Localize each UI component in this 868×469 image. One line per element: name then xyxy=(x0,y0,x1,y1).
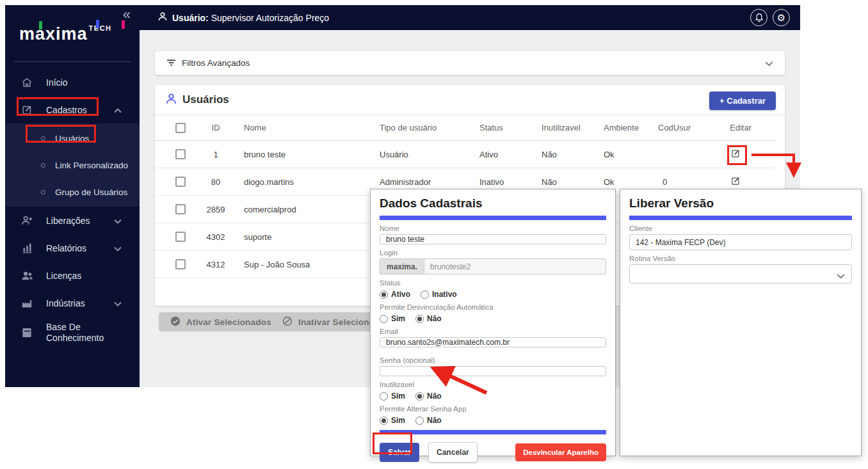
alterar-senha-label: Permite Alterar Senha App xyxy=(380,405,606,413)
users-icon xyxy=(165,93,177,107)
cell-ambiente: Ok xyxy=(595,150,650,159)
sidebar-item-industrias[interactable]: Indústrias xyxy=(5,289,140,317)
row-checkbox[interactable] xyxy=(175,177,186,187)
email-field[interactable] xyxy=(380,337,606,347)
filter-icon xyxy=(166,58,176,69)
radio-inativo[interactable]: Inativo xyxy=(421,290,457,299)
radio-icon xyxy=(421,290,429,299)
cell-id: 4302 xyxy=(196,232,236,242)
advanced-filters-bar[interactable]: Filtros Avançados xyxy=(155,51,785,75)
desvincular-aparelho-button[interactable]: Desvincular Aparelho xyxy=(515,443,606,461)
notifications-bell-icon[interactable] xyxy=(750,9,768,26)
cell-id: 1 xyxy=(196,150,236,159)
radio-nao[interactable]: Não xyxy=(415,416,442,425)
sidebar-item-label: Indústrias xyxy=(46,298,85,308)
radio-sim[interactable]: Sim xyxy=(380,416,405,425)
modal-buttons: Salvar Cancelar Desvincular Aparelho xyxy=(380,442,606,463)
radio-icon xyxy=(380,392,388,401)
sidebar-item-usuarios[interactable]: Usuários xyxy=(5,125,140,152)
bullet-icon xyxy=(41,136,45,141)
cell-tipo: Administrador xyxy=(371,177,471,187)
top-header: Usuário: Supervisor Autorização Preço ⚙ xyxy=(140,5,800,30)
sidebar-item-label: Cadastros xyxy=(46,105,87,115)
radio-nao[interactable]: Não xyxy=(415,392,442,401)
radio-sim[interactable]: Sim xyxy=(380,392,405,401)
cell-ambiente: Ok xyxy=(595,177,650,187)
row-checkbox[interactable] xyxy=(175,232,186,242)
status-label: Status xyxy=(380,279,606,287)
edit-row-icon[interactable] xyxy=(721,176,773,187)
chevron-down-icon[interactable] xyxy=(765,58,773,69)
cliente-label: Cliente xyxy=(629,225,852,232)
people-icon xyxy=(20,271,33,281)
select-all-checkbox[interactable] xyxy=(175,123,186,133)
cell-nome: bruno teste xyxy=(236,150,371,159)
cell-id: 4312 xyxy=(196,260,236,269)
settings-gear-icon[interactable]: ⚙ xyxy=(773,9,790,26)
radio-icon xyxy=(415,392,424,401)
cadastrar-button[interactable]: + Cadastrar xyxy=(709,91,776,110)
radio-ativo[interactable]: Ativo xyxy=(380,290,410,299)
email-label: Email xyxy=(380,328,606,335)
cell-nome: suporte xyxy=(236,232,371,242)
cancelar-button[interactable]: Cancelar xyxy=(428,442,478,463)
home-icon xyxy=(20,77,33,88)
sidebar-item-label: Licenças xyxy=(46,271,81,281)
sidebar-menu: Início Cadastros Usuários xyxy=(5,68,140,349)
sidebar-item-grupo-de-usuarios[interactable]: Grupo de Usuários xyxy=(5,179,140,205)
sidebar-item-liberacoes[interactable]: Liberações xyxy=(5,207,140,234)
cell-id: 2859 xyxy=(196,205,236,214)
senha-label: Senha (opcional) xyxy=(380,356,606,364)
liberar-versao-panel: Liberar Versão Cliente Rotina Versão xyxy=(620,189,862,456)
radio-icon xyxy=(415,417,424,425)
logo-text: maxima xyxy=(19,24,88,44)
title-divider xyxy=(380,216,606,220)
nome-label: Nome xyxy=(380,225,606,232)
col-status: Status xyxy=(471,123,533,132)
radio-nao[interactable]: Não xyxy=(415,314,442,323)
row-checkbox[interactable] xyxy=(175,149,186,159)
sidebar-item-base-de-conhecimento[interactable]: Base De Conhecimento xyxy=(5,317,140,349)
col-ambiente: Ambiente xyxy=(595,123,650,132)
slash-circle-icon xyxy=(282,316,293,328)
salvar-button[interactable]: Salvar xyxy=(380,443,419,462)
cliente-field[interactable] xyxy=(629,234,852,250)
cell-id: 80 xyxy=(196,177,236,187)
cadastros-submenu: Usuários Link Personalizado Grupo de Usu… xyxy=(5,123,140,207)
ativar-selecionados-button[interactable]: Ativar Selecionados xyxy=(159,312,283,331)
radio-sim[interactable]: Sim xyxy=(380,314,405,323)
sidebar-item-inicio[interactable]: Início xyxy=(5,68,140,96)
login-label: Login xyxy=(380,249,606,257)
rotina-versao-select[interactable] xyxy=(629,264,852,283)
logo-tick-green xyxy=(39,21,42,29)
users-card-title: Usuários xyxy=(182,93,229,106)
sidebar-item-label: Grupo de Usuários xyxy=(55,187,127,197)
logo-tick-pink xyxy=(122,20,125,29)
table-row: 1 bruno teste Usuário Ativo Não Ok xyxy=(155,141,775,168)
edit-row-icon[interactable] xyxy=(721,148,773,160)
sidebar: « maximaTECH Início Cad xyxy=(5,5,140,387)
login-field[interactable] xyxy=(424,258,606,274)
header-icons: ⚙ xyxy=(750,5,790,30)
alterar-senha-radio-group: Sim Não xyxy=(380,416,606,425)
sidebar-item-link-personalizado[interactable]: Link Personalizado xyxy=(5,152,140,179)
col-id: ID xyxy=(196,123,236,132)
row-checkbox[interactable] xyxy=(175,204,186,214)
cell-tipo: Usuário xyxy=(371,150,471,159)
bar-chart-icon xyxy=(20,242,33,253)
cell-inutilizavel: Não xyxy=(533,150,595,159)
sidebar-item-label: Usuários xyxy=(55,134,89,143)
sidebar-item-relatorios[interactable]: Relatórios xyxy=(5,234,140,262)
sidebar-item-cadastros[interactable]: Cadastros xyxy=(5,96,140,123)
inutilizavel-label: Inutilizavel xyxy=(380,381,606,388)
cell-nome: Sup - João Sousa xyxy=(236,260,371,269)
liberar-versao-title: Liberar Versão xyxy=(629,196,852,211)
nome-field[interactable] xyxy=(380,234,606,244)
cell-nome: comercialprod xyxy=(236,205,371,214)
title-divider xyxy=(629,216,852,220)
col-editar: Editar xyxy=(721,123,773,132)
senha-field[interactable] xyxy=(380,366,606,376)
row-checkbox[interactable] xyxy=(175,259,186,269)
cell-status: Inativo xyxy=(471,177,533,187)
sidebar-item-licencas[interactable]: Licenças xyxy=(5,262,140,289)
